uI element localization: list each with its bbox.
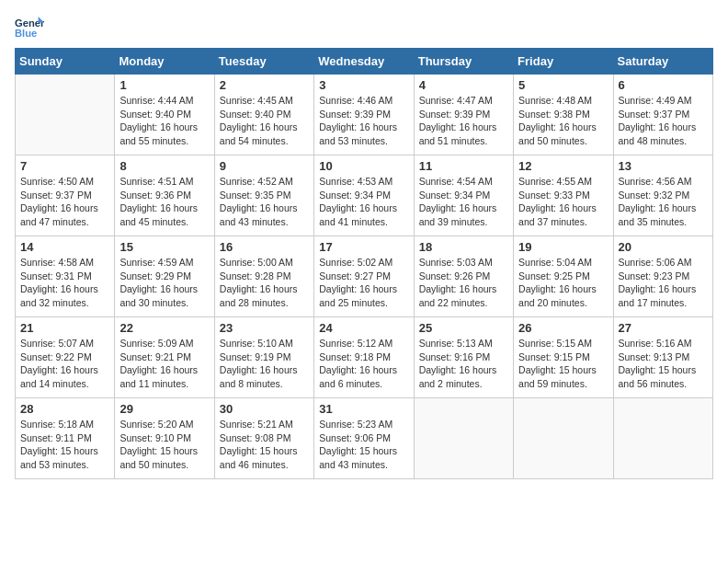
weekday-tuesday: Tuesday (214, 49, 313, 75)
day-number: 26 (518, 321, 608, 335)
day-info: Sunrise: 5:12 AMSunset: 9:18 PMDaylight:… (319, 337, 408, 391)
calendar-cell (613, 398, 712, 479)
weekday-saturday: Saturday (613, 49, 712, 75)
day-info: Sunrise: 5:21 AMSunset: 9:08 PMDaylight:… (220, 418, 309, 472)
calendar-cell: 3Sunrise: 4:46 AMSunset: 9:39 PMDaylight… (314, 75, 414, 155)
day-info: Sunrise: 4:46 AMSunset: 9:39 PMDaylight:… (319, 94, 408, 148)
calendar-cell: 18Sunrise: 5:03 AMSunset: 9:26 PMDayligh… (414, 236, 513, 317)
day-number: 29 (119, 402, 209, 416)
day-number: 31 (319, 402, 408, 416)
calendar-cell: 25Sunrise: 5:13 AMSunset: 9:16 PMDayligh… (414, 317, 513, 398)
day-number: 16 (220, 240, 309, 254)
day-number: 15 (119, 240, 209, 254)
day-number: 21 (20, 321, 109, 335)
logo: General Blue (15, 15, 48, 40)
day-info: Sunrise: 5:20 AMSunset: 9:10 PMDaylight:… (119, 418, 209, 472)
calendar-cell: 12Sunrise: 4:55 AMSunset: 9:33 PMDayligh… (514, 155, 613, 236)
calendar-header: SundayMondayTuesdayWednesdayThursdayFrid… (16, 49, 713, 75)
day-number: 2 (220, 78, 309, 92)
calendar-cell (514, 398, 613, 479)
day-info: Sunrise: 4:49 AMSunset: 9:37 PMDaylight:… (619, 94, 708, 148)
calendar-cell: 28Sunrise: 5:18 AMSunset: 9:11 PMDayligh… (16, 398, 115, 479)
calendar-body: 1Sunrise: 4:44 AMSunset: 9:40 PMDaylight… (16, 75, 713, 479)
day-info: Sunrise: 5:18 AMSunset: 9:11 PMDaylight:… (20, 418, 109, 472)
day-info: Sunrise: 4:47 AMSunset: 9:39 PMDaylight:… (419, 94, 508, 148)
day-info: Sunrise: 5:07 AMSunset: 9:22 PMDaylight:… (20, 337, 109, 391)
day-info: Sunrise: 5:10 AMSunset: 9:19 PMDaylight:… (220, 337, 309, 391)
day-number: 7 (20, 159, 109, 173)
day-info: Sunrise: 5:23 AMSunset: 9:06 PMDaylight:… (319, 418, 408, 472)
weekday-friday: Friday (514, 49, 613, 75)
day-number: 20 (619, 240, 708, 254)
day-number: 14 (20, 240, 109, 254)
calendar-cell: 5Sunrise: 4:48 AMSunset: 9:38 PMDaylight… (514, 75, 613, 155)
svg-text:Blue: Blue (15, 28, 37, 39)
week-row-1: 1Sunrise: 4:44 AMSunset: 9:40 PMDaylight… (16, 75, 713, 155)
day-info: Sunrise: 5:15 AMSunset: 9:15 PMDaylight:… (518, 337, 608, 391)
calendar-cell: 2Sunrise: 4:45 AMSunset: 9:40 PMDaylight… (214, 75, 313, 155)
logo-icon: General Blue (15, 15, 44, 40)
calendar-cell: 20Sunrise: 5:06 AMSunset: 9:23 PMDayligh… (613, 236, 712, 317)
calendar-cell: 1Sunrise: 4:44 AMSunset: 9:40 PMDaylight… (115, 75, 214, 155)
day-number: 6 (619, 78, 708, 92)
calendar-cell: 4Sunrise: 4:47 AMSunset: 9:39 PMDaylight… (414, 75, 513, 155)
calendar-cell: 17Sunrise: 5:02 AMSunset: 9:27 PMDayligh… (314, 236, 414, 317)
calendar-cell: 31Sunrise: 5:23 AMSunset: 9:06 PMDayligh… (314, 398, 414, 479)
day-info: Sunrise: 4:56 AMSunset: 9:32 PMDaylight:… (619, 175, 708, 229)
day-number: 17 (319, 240, 408, 254)
day-info: Sunrise: 4:50 AMSunset: 9:37 PMDaylight:… (20, 175, 109, 229)
day-info: Sunrise: 5:16 AMSunset: 9:13 PMDaylight:… (619, 337, 708, 391)
day-number: 18 (419, 240, 508, 254)
weekday-header-row: SundayMondayTuesdayWednesdayThursdayFrid… (16, 49, 713, 75)
day-info: Sunrise: 5:04 AMSunset: 9:25 PMDaylight:… (518, 256, 608, 310)
calendar-cell: 27Sunrise: 5:16 AMSunset: 9:13 PMDayligh… (613, 317, 712, 398)
day-info: Sunrise: 5:03 AMSunset: 9:26 PMDaylight:… (419, 256, 508, 310)
day-info: Sunrise: 5:09 AMSunset: 9:21 PMDaylight:… (119, 337, 209, 391)
day-number: 22 (119, 321, 209, 335)
day-number: 12 (518, 159, 608, 173)
day-number: 5 (518, 78, 608, 92)
day-number: 8 (119, 159, 209, 173)
calendar-cell: 8Sunrise: 4:51 AMSunset: 9:36 PMDaylight… (115, 155, 214, 236)
weekday-monday: Monday (115, 49, 214, 75)
day-number: 4 (419, 78, 508, 92)
calendar-cell (414, 398, 513, 479)
calendar-cell: 21Sunrise: 5:07 AMSunset: 9:22 PMDayligh… (16, 317, 115, 398)
calendar-table: SundayMondayTuesdayWednesdayThursdayFrid… (15, 48, 713, 479)
week-row-5: 28Sunrise: 5:18 AMSunset: 9:11 PMDayligh… (16, 398, 713, 479)
day-info: Sunrise: 4:59 AMSunset: 9:29 PMDaylight:… (119, 256, 209, 310)
day-info: Sunrise: 5:00 AMSunset: 9:28 PMDaylight:… (220, 256, 309, 310)
day-info: Sunrise: 4:51 AMSunset: 9:36 PMDaylight:… (119, 175, 209, 229)
weekday-thursday: Thursday (414, 49, 513, 75)
day-number: 27 (619, 321, 708, 335)
calendar-cell: 29Sunrise: 5:20 AMSunset: 9:10 PMDayligh… (115, 398, 214, 479)
day-info: Sunrise: 4:58 AMSunset: 9:31 PMDaylight:… (20, 256, 109, 310)
day-number: 1 (119, 78, 209, 92)
day-number: 25 (419, 321, 508, 335)
weekday-wednesday: Wednesday (314, 49, 414, 75)
day-info: Sunrise: 5:13 AMSunset: 9:16 PMDaylight:… (419, 337, 508, 391)
calendar-cell: 23Sunrise: 5:10 AMSunset: 9:19 PMDayligh… (214, 317, 313, 398)
calendar-cell: 30Sunrise: 5:21 AMSunset: 9:08 PMDayligh… (214, 398, 313, 479)
day-info: Sunrise: 4:48 AMSunset: 9:38 PMDaylight:… (518, 94, 608, 148)
calendar-cell: 14Sunrise: 4:58 AMSunset: 9:31 PMDayligh… (16, 236, 115, 317)
day-info: Sunrise: 4:45 AMSunset: 9:40 PMDaylight:… (220, 94, 309, 148)
calendar-cell: 9Sunrise: 4:52 AMSunset: 9:35 PMDaylight… (214, 155, 313, 236)
day-number: 28 (20, 402, 109, 416)
header: General Blue (15, 15, 713, 40)
day-number: 23 (220, 321, 309, 335)
week-row-4: 21Sunrise: 5:07 AMSunset: 9:22 PMDayligh… (16, 317, 713, 398)
day-info: Sunrise: 5:06 AMSunset: 9:23 PMDaylight:… (619, 256, 708, 310)
calendar-cell: 15Sunrise: 4:59 AMSunset: 9:29 PMDayligh… (115, 236, 214, 317)
calendar-cell: 16Sunrise: 5:00 AMSunset: 9:28 PMDayligh… (214, 236, 313, 317)
day-number: 24 (319, 321, 408, 335)
day-number: 30 (220, 402, 309, 416)
calendar-cell: 26Sunrise: 5:15 AMSunset: 9:15 PMDayligh… (514, 317, 613, 398)
calendar-cell: 19Sunrise: 5:04 AMSunset: 9:25 PMDayligh… (514, 236, 613, 317)
calendar-cell: 7Sunrise: 4:50 AMSunset: 9:37 PMDaylight… (16, 155, 115, 236)
calendar-cell: 10Sunrise: 4:53 AMSunset: 9:34 PMDayligh… (314, 155, 414, 236)
calendar-cell (16, 75, 115, 155)
day-info: Sunrise: 4:55 AMSunset: 9:33 PMDaylight:… (518, 175, 608, 229)
day-number: 11 (419, 159, 508, 173)
calendar-cell: 22Sunrise: 5:09 AMSunset: 9:21 PMDayligh… (115, 317, 214, 398)
